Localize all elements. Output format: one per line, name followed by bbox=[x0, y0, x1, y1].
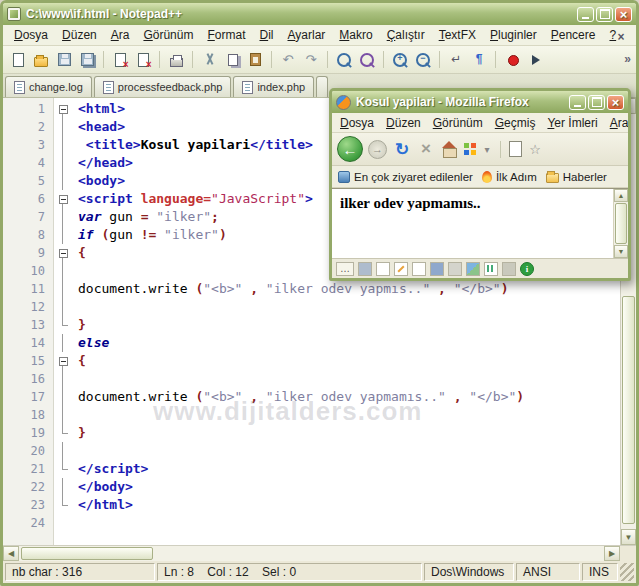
tab-processfeedback.php[interactable]: processfeedback.php bbox=[94, 76, 232, 97]
star-button[interactable] bbox=[527, 140, 543, 158]
ff-scroll-thumb[interactable] bbox=[615, 203, 627, 244]
extension-icon[interactable] bbox=[358, 262, 372, 276]
resize-grip[interactable] bbox=[620, 563, 634, 581]
maximize-button[interactable] bbox=[596, 7, 613, 22]
paste-button[interactable] bbox=[245, 50, 265, 70]
horizontal-scroll-thumb[interactable] bbox=[21, 547, 153, 560]
print-icon[interactable] bbox=[448, 262, 462, 276]
ff-menu-ge-mi-[interactable]: Geçmiş bbox=[489, 114, 542, 132]
minimize-button[interactable] bbox=[577, 7, 594, 22]
show-all-chars-button[interactable] bbox=[469, 50, 489, 70]
ff-scroll-up-icon[interactable]: ▲ bbox=[614, 189, 628, 202]
npp-menu-ara[interactable]: Ara bbox=[104, 26, 137, 44]
fold-toggle[interactable] bbox=[53, 100, 73, 118]
npp-menu-pencere[interactable]: Pencere bbox=[544, 26, 603, 44]
fold-toggle[interactable] bbox=[53, 190, 73, 208]
ff-menu-dosya[interactable]: Dosya bbox=[334, 114, 380, 132]
zoom-in-button[interactable] bbox=[390, 50, 410, 70]
ff-scroll-down-icon[interactable]: ▼ bbox=[614, 245, 628, 258]
code-line[interactable]: 24 bbox=[3, 514, 620, 532]
redo-button[interactable] bbox=[301, 50, 321, 70]
code-line[interactable]: 12 bbox=[3, 298, 620, 316]
scroll-down-icon[interactable]: ▼ bbox=[621, 529, 636, 545]
info-icon[interactable] bbox=[520, 262, 534, 276]
close-doc-button[interactable] bbox=[110, 50, 130, 70]
npp-menu--al-t-r[interactable]: Çalıştır bbox=[380, 26, 432, 44]
code-line[interactable]: 18 bbox=[3, 406, 620, 424]
undo-button[interactable] bbox=[278, 50, 298, 70]
record-macro-button[interactable] bbox=[502, 50, 522, 70]
code-line[interactable]: 23</html> bbox=[3, 496, 620, 514]
scroll-right-icon[interactable]: ▶ bbox=[604, 546, 620, 561]
edit-icon[interactable] bbox=[394, 262, 408, 276]
npp-menu-textfx[interactable]: TextFX bbox=[432, 26, 483, 44]
forward-button[interactable] bbox=[368, 140, 387, 159]
new-file-button[interactable] bbox=[8, 50, 28, 70]
copy-button[interactable] bbox=[222, 50, 242, 70]
doc2-icon[interactable] bbox=[412, 262, 426, 276]
code-line[interactable]: 21</script> bbox=[3, 460, 620, 478]
tab-change.log[interactable]: change.log bbox=[5, 76, 92, 97]
npp-menu-dil[interactable]: Dil bbox=[252, 26, 280, 44]
fold-toggle[interactable] bbox=[53, 244, 73, 262]
stats-icon[interactable] bbox=[484, 262, 498, 276]
code-line[interactable]: 22</body> bbox=[3, 478, 620, 496]
replace-button[interactable] bbox=[357, 50, 377, 70]
tab-partial[interactable] bbox=[316, 76, 328, 97]
home-button[interactable] bbox=[440, 140, 458, 158]
code-line[interactable]: 19} bbox=[3, 424, 620, 442]
notepad-titlebar[interactable]: C:\www\if.html - Notepad++ bbox=[3, 3, 636, 25]
play-macro-button[interactable] bbox=[525, 50, 545, 70]
scroll-left-icon[interactable]: ◀ bbox=[3, 546, 19, 561]
cut-button[interactable] bbox=[199, 50, 219, 70]
npp-menu-d-zen[interactable]: Düzen bbox=[55, 26, 104, 44]
npp-menu-dosya[interactable]: Dosya bbox=[7, 26, 55, 44]
npp-menu-format[interactable]: Format bbox=[200, 26, 252, 44]
close-all-button[interactable] bbox=[133, 50, 153, 70]
back-button[interactable] bbox=[337, 136, 363, 162]
close-button[interactable] bbox=[615, 7, 632, 22]
dots-icon[interactable] bbox=[336, 262, 354, 276]
horizontal-scrollbar[interactable]: ◀ ▶ bbox=[3, 545, 636, 561]
page-button[interactable] bbox=[509, 141, 522, 157]
word-wrap-button[interactable] bbox=[446, 50, 466, 70]
ff-close-button[interactable] bbox=[607, 95, 624, 110]
code-line[interactable]: 15{ bbox=[3, 352, 620, 370]
code-line[interactable]: 14else bbox=[3, 334, 620, 352]
close-document-icon[interactable]: × bbox=[614, 31, 628, 45]
code-line[interactable]: 13} bbox=[3, 316, 620, 334]
find-button[interactable] bbox=[334, 50, 354, 70]
grid-button[interactable] bbox=[463, 142, 477, 156]
ff-maximize-button[interactable] bbox=[588, 95, 605, 110]
ff-menu-g-r-n-m[interactable]: Görünüm bbox=[427, 114, 489, 132]
code-line[interactable]: 16 bbox=[3, 370, 620, 388]
save-icon[interactable] bbox=[430, 262, 444, 276]
tab-index.php[interactable]: index.php bbox=[233, 76, 314, 97]
vertical-scroll-thumb[interactable] bbox=[622, 296, 635, 524]
ff-minimize-button[interactable] bbox=[569, 95, 586, 110]
print-button[interactable] bbox=[166, 50, 186, 70]
npp-menu-ayarlar[interactable]: Ayarlar bbox=[281, 26, 333, 44]
npp-menu-g-r-n-m[interactable]: Görünüm bbox=[136, 26, 200, 44]
ff-menu-ara-lar[interactable]: Araçlar bbox=[604, 114, 628, 132]
ff-menu-d-zen[interactable]: Düzen bbox=[380, 114, 427, 132]
doc-icon[interactable] bbox=[376, 262, 390, 276]
horizontal-scroll-track[interactable] bbox=[19, 546, 604, 561]
save-button[interactable] bbox=[54, 50, 74, 70]
bookmark-item[interactable]: Haberler bbox=[546, 171, 607, 183]
ff-menu-yer-i-mleri[interactable]: Yer İmleri bbox=[541, 114, 603, 132]
bookmark-item[interactable]: İlk Adım bbox=[482, 171, 537, 183]
image-icon[interactable] bbox=[466, 262, 480, 276]
npp-menu-makro[interactable]: Makro bbox=[332, 26, 379, 44]
npp-menu-pluginler[interactable]: Pluginler bbox=[483, 26, 544, 44]
open-button[interactable] bbox=[31, 50, 51, 70]
save-all-button[interactable] bbox=[77, 50, 97, 70]
code-line[interactable]: 20 bbox=[3, 442, 620, 460]
firefox-titlebar[interactable]: Kosul yapilari - Mozilla Firefox bbox=[332, 91, 628, 113]
ff-vertical-scrollbar[interactable]: ▲ ▼ bbox=[613, 189, 628, 258]
stop-button[interactable] bbox=[417, 140, 435, 158]
zoom-out-button[interactable] bbox=[413, 50, 433, 70]
caret-button[interactable] bbox=[482, 140, 492, 158]
code-line[interactable]: 17document.write ("<b>" , "ilker odev ya… bbox=[3, 388, 620, 406]
code-line[interactable]: 11document.write ("<b>" , "ilker odev ya… bbox=[3, 280, 620, 298]
